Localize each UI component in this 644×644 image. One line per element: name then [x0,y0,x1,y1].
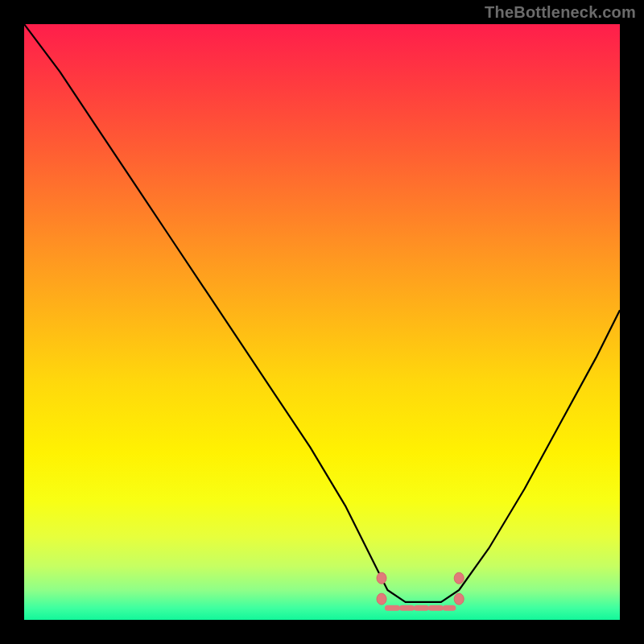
watermark-text: TheBottleneck.com [485,3,636,22]
optimal-range-markers [377,572,464,608]
marker-dot [454,593,464,605]
bottleneck-curve-line [24,24,620,602]
bottleneck-curve-svg [24,24,620,620]
marker-dot [377,593,386,605]
marker-dot [377,572,386,584]
marker-dot [454,572,464,584]
chart-plot-area [24,24,620,620]
